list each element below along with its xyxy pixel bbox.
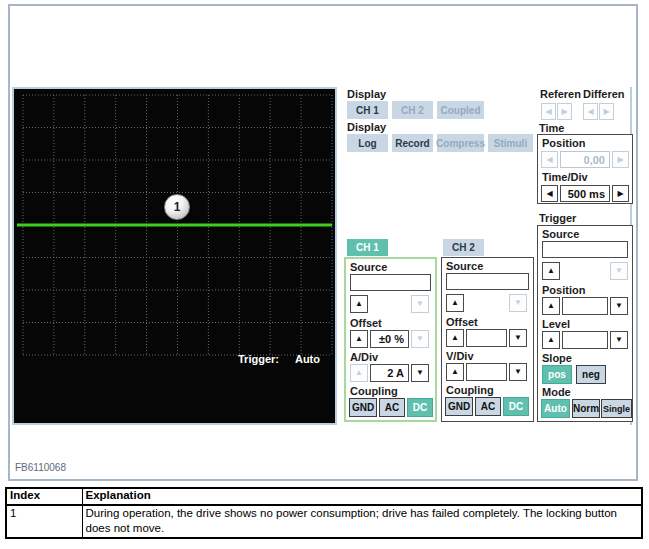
timediv-next-button[interactable]: ▶ xyxy=(612,185,629,202)
mode-single-button[interactable]: Single xyxy=(601,399,632,418)
ch1-adiv-down-button[interactable]: ▼ xyxy=(411,364,429,382)
ch2-gnd-button[interactable]: GND xyxy=(445,397,473,416)
ch1-source-label: Source xyxy=(350,261,387,273)
ch2-vdiv-field[interactable] xyxy=(466,363,507,381)
figure-box: 1 Trigger: Auto Display CH 1 CH 2 Couple… xyxy=(8,4,638,481)
down-arrow-icon: ▼ xyxy=(514,299,522,307)
ch1-adiv-up-button[interactable]: ▲ xyxy=(350,364,368,382)
right-arrow-icon: ▶ xyxy=(603,108,609,116)
ch1-box: Source ▲ ▼ Offset ▲ ±0 % ▼ A/Div ▲ 2 A ▼… xyxy=(344,257,437,422)
stimuli-button[interactable]: Stimuli xyxy=(488,134,533,152)
down-arrow-icon: ▼ xyxy=(514,368,522,376)
trigger-position-up-button[interactable]: ▲ xyxy=(542,297,560,315)
right-arrow-icon: ▶ xyxy=(561,108,567,116)
trigger-position-field[interactable] xyxy=(562,297,608,315)
ch1-offset-label: Offset xyxy=(350,317,382,329)
record-button[interactable]: Record xyxy=(392,134,433,152)
time-position-field[interactable]: 0,00 xyxy=(560,151,610,168)
trigger-level-label: Level xyxy=(542,318,570,330)
timediv-prev-button[interactable]: ◀ xyxy=(541,185,558,202)
ch1-offset-down-button[interactable]: ▼ xyxy=(411,330,429,348)
trigger-level-up-button[interactable]: ▲ xyxy=(542,331,560,349)
left-arrow-icon: ◀ xyxy=(546,156,552,164)
trigger-level-down-button[interactable]: ▼ xyxy=(610,331,628,349)
time-box: Position ◀ 0,00 ▶ Time/Div ◀ 500 ms ▶ xyxy=(537,134,633,204)
ch1-tab[interactable]: CH 1 xyxy=(347,239,388,256)
ch2-dc-button[interactable]: DC xyxy=(503,397,529,416)
ch2-vdiv-down-button[interactable]: ▼ xyxy=(509,363,527,381)
down-arrow-icon: ▼ xyxy=(615,267,623,275)
ch1-source-field[interactable] xyxy=(350,274,431,291)
display-channel-label: Display xyxy=(347,88,386,100)
trigger-source-up-button[interactable]: ▲ xyxy=(542,262,560,280)
down-arrow-icon: ▼ xyxy=(514,334,522,342)
log-button[interactable]: Log xyxy=(347,134,388,152)
timediv-field[interactable]: 500 ms xyxy=(560,185,610,202)
ch1-dc-button[interactable]: DC xyxy=(407,398,433,417)
down-arrow-icon: ▼ xyxy=(416,369,424,377)
table-cell-explanation: During operation, the drive shows no pow… xyxy=(82,505,642,538)
ch2-offset-label: Offset xyxy=(446,316,478,328)
ch2-offset-down-button[interactable]: ▼ xyxy=(509,329,527,347)
ch2-ac-button[interactable]: AC xyxy=(475,397,501,416)
table-cell-index: 1 xyxy=(6,505,82,538)
up-arrow-icon: ▲ xyxy=(451,368,459,376)
time-label: Time xyxy=(539,122,564,134)
referen-label: Referen xyxy=(540,88,581,100)
ch2-offset-field[interactable] xyxy=(466,329,507,347)
display-coupled-button[interactable]: Coupled xyxy=(437,101,484,119)
referen-next-button[interactable]: ▶ xyxy=(557,103,572,120)
ch2-source-down-button[interactable]: ▼ xyxy=(509,294,527,312)
ch1-gnd-button[interactable]: GND xyxy=(349,398,377,417)
right-arrow-icon: ▶ xyxy=(617,190,623,198)
down-arrow-icon: ▼ xyxy=(615,336,623,344)
compress-button[interactable]: Compress xyxy=(437,134,484,152)
trigger-box: Source ▲ ▼ Position ▲ ▼ Level ▲ ▼ Slope … xyxy=(537,225,633,422)
time-position-prev-button[interactable]: ◀ xyxy=(541,151,558,168)
ch1-coupling-label: Coupling xyxy=(350,385,398,397)
down-arrow-icon: ▼ xyxy=(416,300,424,308)
slope-pos-button[interactable]: pos xyxy=(542,365,572,384)
display-ch1-button[interactable]: CH 1 xyxy=(347,101,388,119)
trigger-source-field[interactable] xyxy=(542,241,628,258)
ch1-offset-field[interactable]: ±0 % xyxy=(370,330,409,348)
ch1-ac-button[interactable]: AC xyxy=(379,398,405,417)
ch2-source-up-button[interactable]: ▲ xyxy=(446,294,464,312)
display-ch2-button[interactable]: CH 2 xyxy=(392,101,433,119)
ch1-adiv-field[interactable]: 2 A xyxy=(370,364,409,382)
ch1-adiv-label: A/Div xyxy=(350,351,378,363)
up-arrow-icon: ▲ xyxy=(451,334,459,342)
up-arrow-icon: ▲ xyxy=(547,336,555,344)
slope-neg-button[interactable]: neg xyxy=(576,365,606,384)
ch2-offset-up-button[interactable]: ▲ xyxy=(446,329,464,347)
up-arrow-icon: ▲ xyxy=(355,335,363,343)
ch2-tab[interactable]: CH 2 xyxy=(443,239,484,256)
ch2-source-label: Source xyxy=(446,260,483,272)
down-arrow-icon: ▼ xyxy=(416,335,424,343)
up-arrow-icon: ▲ xyxy=(355,369,363,377)
ch2-vdiv-label: V/Div xyxy=(446,350,474,362)
ch1-source-down-button[interactable]: ▼ xyxy=(411,295,429,313)
ch2-vdiv-up-button[interactable]: ▲ xyxy=(446,363,464,381)
display-mode-label: Display xyxy=(347,121,386,133)
caption-table: Index Explanation 1 During operation, th… xyxy=(5,487,643,539)
trigger-source-down-button[interactable]: ▼ xyxy=(610,262,628,280)
trigger-position-down-button[interactable]: ▼ xyxy=(610,297,628,315)
time-position-next-button[interactable]: ▶ xyxy=(612,151,629,168)
referen-prev-button[interactable]: ◀ xyxy=(541,103,556,120)
figure-code-label: FB6110068 xyxy=(15,462,66,473)
mode-norm-button[interactable]: Norm xyxy=(572,399,600,418)
up-arrow-icon: ▲ xyxy=(547,302,555,310)
ch1-source-up-button[interactable]: ▲ xyxy=(350,295,368,313)
left-arrow-icon: ◀ xyxy=(545,108,551,116)
ch1-offset-up-button[interactable]: ▲ xyxy=(350,330,368,348)
mode-auto-button[interactable]: Auto xyxy=(541,399,570,418)
trigger-level-field[interactable] xyxy=(562,331,608,349)
timediv-label: Time/Div xyxy=(542,171,588,183)
trigger-status-label: Trigger: xyxy=(238,353,279,365)
differen-next-button[interactable]: ▶ xyxy=(599,103,614,120)
trigger-status-value: Auto xyxy=(295,353,320,365)
trigger-position-label: Position xyxy=(542,284,585,296)
ch2-source-field[interactable] xyxy=(446,273,529,290)
differen-prev-button[interactable]: ◀ xyxy=(583,103,598,120)
